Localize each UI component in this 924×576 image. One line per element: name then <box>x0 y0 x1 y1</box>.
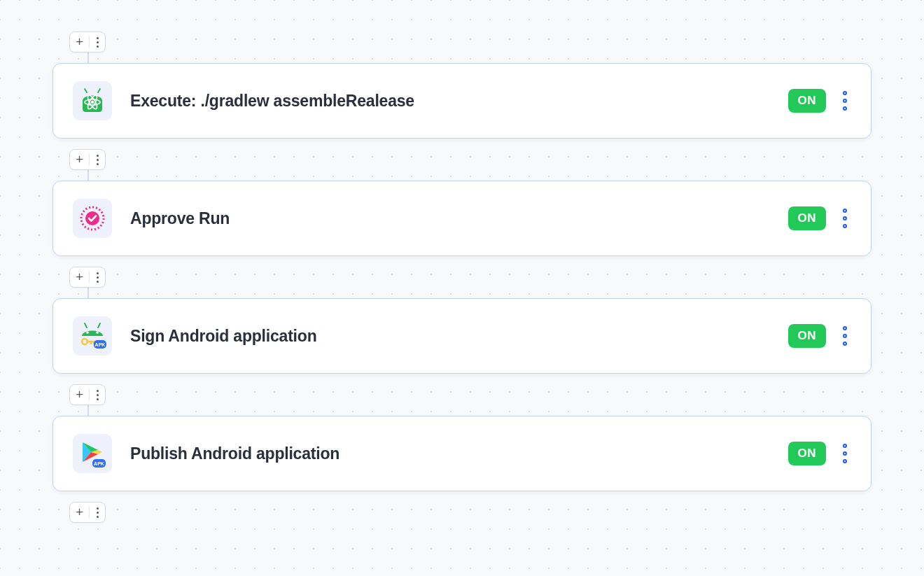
react-android-icon <box>73 81 112 120</box>
more-icon[interactable] <box>90 272 105 283</box>
add-step-button[interactable]: + <box>69 384 106 405</box>
more-icon[interactable] <box>90 155 105 165</box>
add-step-row: + <box>69 149 872 170</box>
step-card[interactable]: Execute: ./gradlew assembleRealease ON <box>52 63 872 139</box>
add-step-button[interactable]: + <box>69 31 106 52</box>
more-icon[interactable] <box>90 37 105 48</box>
step-title: Sign Android application <box>130 327 788 346</box>
plus-icon: + <box>70 36 90 48</box>
toggle-button[interactable]: ON <box>788 442 827 465</box>
step-options-icon[interactable] <box>839 204 851 232</box>
sign-apk-icon: APK <box>73 316 112 356</box>
svg-text:APK: APK <box>95 342 106 347</box>
toggle-button[interactable]: ON <box>788 89 827 113</box>
step-options-icon[interactable] <box>839 322 851 350</box>
step-title: Approve Run <box>130 209 788 228</box>
step-card[interactable]: APK Sign Android application ON <box>52 298 872 374</box>
step-card[interactable]: Approve Run ON <box>52 181 872 256</box>
svg-text:APK: APK <box>94 461 104 466</box>
plus-icon: + <box>70 153 90 166</box>
plus-icon: + <box>70 271 90 283</box>
add-step-row: + <box>69 31 872 52</box>
svg-point-6 <box>86 331 89 334</box>
step-title: Publish Android application <box>130 444 788 463</box>
step-options-icon[interactable] <box>839 87 851 115</box>
step-options-icon[interactable] <box>839 440 851 468</box>
add-step-row: + <box>69 267 872 288</box>
approve-seal-icon <box>73 199 112 238</box>
add-step-button[interactable]: + <box>69 502 106 523</box>
add-step-row: + <box>69 384 872 405</box>
workflow: + Execute: ./gradlew assembleRealease ON <box>52 31 872 523</box>
add-step-button[interactable]: + <box>69 267 106 288</box>
more-icon[interactable] <box>90 390 105 400</box>
add-step-button[interactable]: + <box>69 149 106 170</box>
toggle-button[interactable]: ON <box>788 324 827 348</box>
more-icon[interactable] <box>90 507 105 518</box>
plus-icon: + <box>70 506 90 519</box>
add-step-row: + <box>69 502 872 523</box>
step-card[interactable]: APK Publish Android application ON <box>52 416 872 491</box>
publish-play-icon: APK <box>73 434 112 473</box>
plus-icon: + <box>70 388 90 401</box>
svg-point-3 <box>91 101 94 104</box>
toggle-button[interactable]: ON <box>788 206 827 230</box>
step-title: Execute: ./gradlew assembleRealease <box>130 92 788 111</box>
svg-point-7 <box>96 331 99 334</box>
